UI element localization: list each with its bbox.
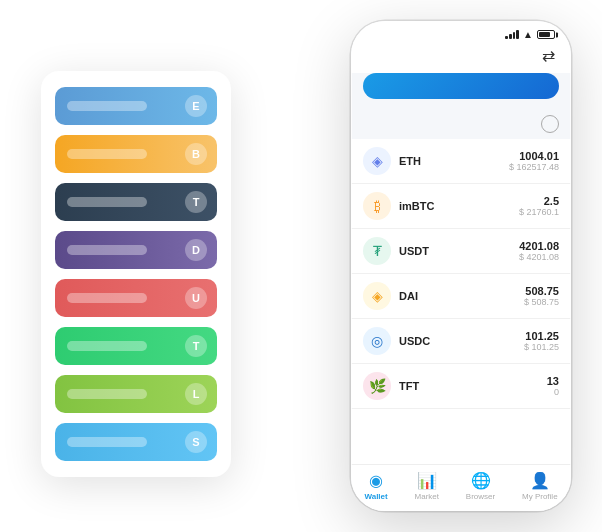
asset-item[interactable]: ₿ imBTC 2.5 $ 21760.1 — [351, 184, 571, 229]
strip-icon-usdt: T — [185, 191, 207, 213]
asset-icon-eth: ◈ — [363, 147, 391, 175]
asset-values-eth: 1004.01 $ 162517.48 — [509, 150, 559, 172]
asset-usd: $ 101.25 — [524, 342, 559, 352]
strip-icon-btc: B — [185, 143, 207, 165]
strip-label — [67, 197, 147, 207]
strip-label — [67, 437, 147, 447]
battery-icon — [537, 30, 555, 39]
assets-add-button[interactable] — [541, 115, 559, 133]
nav-icon-market: 📊 — [417, 471, 437, 490]
asset-name-usdc: USDC — [399, 335, 524, 347]
asset-amount: 2.5 — [519, 195, 559, 207]
nav-item-market[interactable]: 📊 Market — [415, 471, 439, 501]
nav-label-market: Market — [415, 492, 439, 501]
status-bar: ▲ — [351, 21, 571, 40]
card-strip-orange: B — [55, 135, 217, 173]
nav-label-browser: Browser — [466, 492, 495, 501]
asset-values-usdc: 101.25 $ 101.25 — [524, 330, 559, 352]
card-strip-purple: D — [55, 231, 217, 269]
asset-values-usdt: 4201.08 $ 4201.08 — [519, 240, 559, 262]
strip-label — [67, 389, 147, 399]
asset-usd: $ 508.75 — [524, 297, 559, 307]
asset-icon-usdc: ◎ — [363, 327, 391, 355]
asset-icon-imbtc: ₿ — [363, 192, 391, 220]
strip-label — [67, 293, 147, 303]
asset-amount: 1004.01 — [509, 150, 559, 162]
assets-header — [351, 109, 571, 139]
asset-values-tft: 13 0 — [547, 375, 559, 397]
phone-toolbar: ⇄ — [351, 40, 571, 73]
asset-name-eth: ETH — [399, 155, 509, 167]
nav-label-wallet: Wallet — [364, 492, 387, 501]
asset-icon-dai: ◈ — [363, 282, 391, 310]
card-strip-light-blue: S — [55, 423, 217, 461]
asset-name-dai: DAI — [399, 290, 524, 302]
nav-item-browser[interactable]: 🌐 Browser — [466, 471, 495, 501]
strip-icon-dai: D — [185, 239, 207, 261]
asset-amount: 4201.08 — [519, 240, 559, 252]
nav-icon-browser: 🌐 — [471, 471, 491, 490]
asset-amount: 508.75 — [524, 285, 559, 297]
asset-amount: 13 — [547, 375, 559, 387]
strip-icon-tft: T — [185, 335, 207, 357]
asset-values-dai: 508.75 $ 508.75 — [524, 285, 559, 307]
asset-usd: 0 — [547, 387, 559, 397]
asset-usd: $ 21760.1 — [519, 207, 559, 217]
asset-item[interactable]: ◈ DAI 508.75 $ 508.75 — [351, 274, 571, 319]
strip-label — [67, 245, 147, 255]
asset-item[interactable]: ◎ USDC 101.25 $ 101.25 — [351, 319, 571, 364]
bottom-nav: ◉ Wallet 📊 Market 🌐 Browser 👤 My Profile — [351, 464, 571, 511]
asset-amount: 101.25 — [524, 330, 559, 342]
asset-name-imbtc: imBTC — [399, 200, 519, 212]
signal-icon — [505, 31, 519, 39]
wifi-icon: ▲ — [523, 29, 533, 40]
strip-icon-eth: E — [185, 95, 207, 117]
phone-mockup: ▲ ⇄ — [351, 21, 571, 511]
nav-icon-wallet: ◉ — [369, 471, 383, 490]
strip-icon-token2: S — [185, 431, 207, 453]
card-strip-blue: E — [55, 87, 217, 125]
asset-item[interactable]: ◈ ETH 1004.01 $ 162517.48 — [351, 139, 571, 184]
strip-icon-usdc: U — [185, 287, 207, 309]
asset-item[interactable]: ₮ USDT 4201.08 $ 4201.08 — [351, 229, 571, 274]
nav-item-my-profile[interactable]: 👤 My Profile — [522, 471, 558, 501]
nav-label-my-profile: My Profile — [522, 492, 558, 501]
scan-icon[interactable]: ⇄ — [542, 46, 555, 65]
strip-label — [67, 341, 147, 351]
asset-name-usdt: USDT — [399, 245, 519, 257]
nav-icon-my-profile: 👤 — [530, 471, 550, 490]
eth-card[interactable] — [363, 73, 559, 99]
card-strip-dark: T — [55, 183, 217, 221]
asset-icon-usdt: ₮ — [363, 237, 391, 265]
card-strip-light-green: L — [55, 375, 217, 413]
scene: E B T D U T L S — [11, 11, 591, 521]
asset-icon-tft: 🌿 — [363, 372, 391, 400]
asset-usd: $ 4201.08 — [519, 252, 559, 262]
card-strip-red: U — [55, 279, 217, 317]
asset-usd: $ 162517.48 — [509, 162, 559, 172]
nav-item-wallet[interactable]: ◉ Wallet — [364, 471, 387, 501]
asset-name-tft: TFT — [399, 380, 547, 392]
bg-cards-panel: E B T D U T L S — [41, 71, 231, 477]
strip-label — [67, 101, 147, 111]
status-icons: ▲ — [505, 29, 555, 40]
asset-values-imbtc: 2.5 $ 21760.1 — [519, 195, 559, 217]
asset-item[interactable]: 🌿 TFT 13 0 — [351, 364, 571, 409]
card-strip-green: T — [55, 327, 217, 365]
strip-icon-token1: L — [185, 383, 207, 405]
strip-label — [67, 149, 147, 159]
asset-list: ◈ ETH 1004.01 $ 162517.48 ₿ imBTC 2.5 $ … — [351, 139, 571, 464]
